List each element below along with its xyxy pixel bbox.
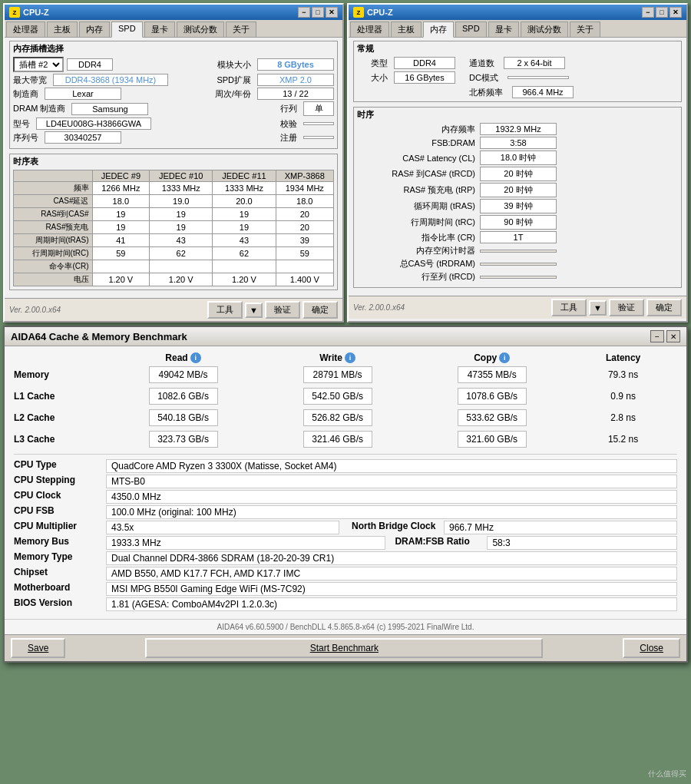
- cpuz1-serial-label: 序列号: [13, 132, 38, 144]
- info-row: Motherboard MSI MPG B550I Gaming Edge Wi…: [14, 582, 677, 596]
- mem-freq-val: 1932.9 MHz: [480, 123, 557, 135]
- aida-minimize[interactable]: −: [650, 330, 664, 342]
- cpuz2-title: CPU-Z: [367, 8, 393, 17]
- cpuz1-validate-btn[interactable]: 验证: [265, 301, 300, 319]
- cpuz1-verify-val: [303, 122, 334, 125]
- cpuz2-ok-btn[interactable]: 确定: [646, 299, 682, 316]
- tras-j9: 41: [92, 234, 150, 247]
- cas-val: 18.0 时钟: [480, 151, 557, 165]
- tab-bench-1[interactable]: 测试分数: [177, 22, 224, 37]
- copy-info-icon[interactable]: i: [499, 352, 510, 363]
- cpuz2-validate-btn[interactable]: 验证: [609, 299, 644, 316]
- cpuz2-type-val: DDR4: [394, 57, 455, 69]
- tab-processor-2[interactable]: 处理器: [350, 22, 389, 37]
- row-tras-label: 周期时间(tRAS): [14, 234, 93, 247]
- row-ras-cas-label: RAS#到CAS#: [14, 208, 93, 221]
- cpuz1-icon: Z: [9, 7, 20, 18]
- cpuz1-model-label: 型号: [13, 118, 30, 130]
- cpuz1-maximize[interactable]: □: [312, 7, 324, 18]
- bench-row: Memory 49042 MB/s 28791 MB/s 47355 MB/s …: [14, 366, 677, 383]
- ras-pre-label: RAS# 预充电 (tRP): [357, 184, 480, 196]
- watermark: 什么值得买: [648, 769, 686, 779]
- tab-board-1[interactable]: 主板: [47, 22, 78, 37]
- tab-about-1[interactable]: 关于: [226, 22, 256, 37]
- write-info-icon[interactable]: i: [345, 352, 355, 363]
- tab-about-2[interactable]: 关于: [570, 22, 600, 37]
- cpuz2-tools-btn[interactable]: 工具: [551, 299, 587, 316]
- fsb-dram-val: 3:58: [480, 137, 557, 149]
- close-button[interactable]: Close: [623, 638, 680, 658]
- cas-j10: 19.0: [150, 195, 213, 208]
- tab-memory-1[interactable]: 内存: [79, 22, 110, 37]
- info-val: AMD B550, AMD K17.7 FCH, AMD K17.7 IMC: [106, 567, 677, 581]
- cpuz1-minimize[interactable]: −: [298, 7, 310, 18]
- tab-gpu-2[interactable]: 显卡: [488, 22, 519, 37]
- cpuz2-close[interactable]: ✕: [670, 7, 682, 18]
- cpuz-window-2: Z CPU-Z − □ ✕ 处理器 主板 内存 SPD 显卡 测试分数 关于 常…: [347, 3, 688, 323]
- info-key: Motherboard: [14, 582, 106, 596]
- col-copy-header: Copy i: [415, 352, 569, 363]
- cpuz1-max-bw-val: DDR4-3868 (1934 MHz): [53, 74, 168, 86]
- info-key-right: North Bridge Clock: [352, 521, 444, 534]
- tab-spd-2[interactable]: SPD: [455, 22, 487, 37]
- info-rows2: Memory Bus 1933.3 MHz DRAM:FSB Ratio 58:…: [14, 536, 677, 611]
- info-key: Chipset: [14, 567, 106, 581]
- read-info-icon[interactable]: i: [190, 352, 201, 363]
- cas-xmp: 18.0: [276, 195, 333, 208]
- cpuz1-mfg-label: 制造商: [13, 88, 38, 100]
- aida-close[interactable]: ✕: [666, 330, 680, 342]
- cpuz2-maximize[interactable]: □: [656, 7, 668, 18]
- bench-write-value: 321.46 GB/s: [303, 431, 372, 448]
- bench-write-value: 526.82 GB/s: [303, 409, 372, 426]
- cpuz2-tabs: 处理器 主板 内存 SPD 显卡 测试分数 关于: [349, 20, 686, 38]
- cpuz2-general-group: 常规 类型 DDR4 通道数 2 x 64-bit 大小 16 GBytes D…: [353, 41, 682, 102]
- tab-bench-2[interactable]: 测试分数: [521, 22, 568, 37]
- cpuz2-tools-dropdown[interactable]: ▼: [589, 300, 607, 316]
- cpuz1-tools-btn[interactable]: 工具: [207, 301, 243, 319]
- save-button[interactable]: Save: [11, 638, 65, 658]
- start-benchmark-button[interactable]: Start Benchmark: [145, 638, 543, 658]
- row-to-val: [480, 276, 557, 279]
- ras-cas-val: 20 时钟: [480, 167, 557, 181]
- cmd-val: 1T: [480, 231, 557, 243]
- tras-j11: 43: [213, 234, 276, 247]
- tab-processor-1[interactable]: 处理器: [6, 22, 45, 37]
- info-key-left: CPU Multiplier: [14, 521, 106, 534]
- tab-gpu-1[interactable]: 显卡: [144, 22, 175, 37]
- cpuz1-week-label: 周次/年份: [215, 88, 251, 100]
- tab-memory-2[interactable]: 内存: [423, 22, 454, 38]
- cpuz1-slot-select[interactable]: 插槽 #2: [13, 57, 64, 72]
- table-row: 频率 1266 MHz 1333 MHz 1333 MHz 1934 MHz: [14, 182, 334, 195]
- cpuz2-minimize[interactable]: −: [642, 7, 654, 18]
- cpuz1-close[interactable]: ✕: [326, 7, 338, 18]
- cpuz1-ddr-type: DDR4: [67, 58, 113, 71]
- cas-label: CAS# Latency (CL): [357, 154, 480, 163]
- cmd-j9: [92, 260, 150, 273]
- cpuz2-type-label: 类型: [357, 58, 388, 69]
- bench-read-value: 1082.6 GB/s: [149, 388, 218, 405]
- info-val: 1.81 (AGESA: ComboAM4v2PI 1.2.0.3c): [106, 597, 677, 611]
- cpuz2-footer: Ver. 2.00.0.x64 工具 ▼ 验证 确定: [349, 296, 686, 319]
- info-double-rows: CPU Multiplier 43.5x North Bridge Clock …: [14, 521, 677, 534]
- bench-copy-value: 533.62 GB/s: [458, 409, 527, 426]
- cpuz1-tools-dropdown[interactable]: ▼: [245, 303, 263, 318]
- cpuz1-ok-btn[interactable]: 确定: [303, 301, 338, 319]
- info-row: CPU FSB 100.0 MHz (original: 100 MHz): [14, 505, 677, 519]
- cpuz2-dc-val: [508, 76, 569, 79]
- idle-timer-label: 内存空闲计时器: [357, 245, 480, 256]
- info-row: CPU Stepping MTS-B0: [14, 475, 677, 488]
- bench-copy-cell: 321.60 GB/s: [415, 431, 569, 448]
- aida-buttons: Save Start Benchmark Close: [5, 634, 686, 661]
- cpuz1-mfg-val: Lexar: [45, 88, 121, 100]
- cpuz1-tabs: 处理器 主板 内存 SPD 显卡 测试分数 关于: [5, 20, 342, 38]
- tab-board-2[interactable]: 主板: [391, 22, 422, 37]
- bench-row-label: Memory: [14, 369, 106, 380]
- info-row: Memory Bus 1933.3 MHz DRAM:FSB Ratio 58:…: [14, 536, 677, 550]
- bench-write-value: 542.50 GB/s: [303, 388, 372, 405]
- tab-spd-1[interactable]: SPD: [111, 22, 143, 38]
- info-key: Memory Bus: [14, 536, 106, 550]
- table-row: CAS#延迟 18.0 19.0 20.0 18.0: [14, 195, 334, 208]
- rp-j9: 19: [92, 221, 150, 234]
- cycle-val: 39 时钟: [480, 199, 557, 213]
- info-key: CPU Clock: [14, 490, 106, 504]
